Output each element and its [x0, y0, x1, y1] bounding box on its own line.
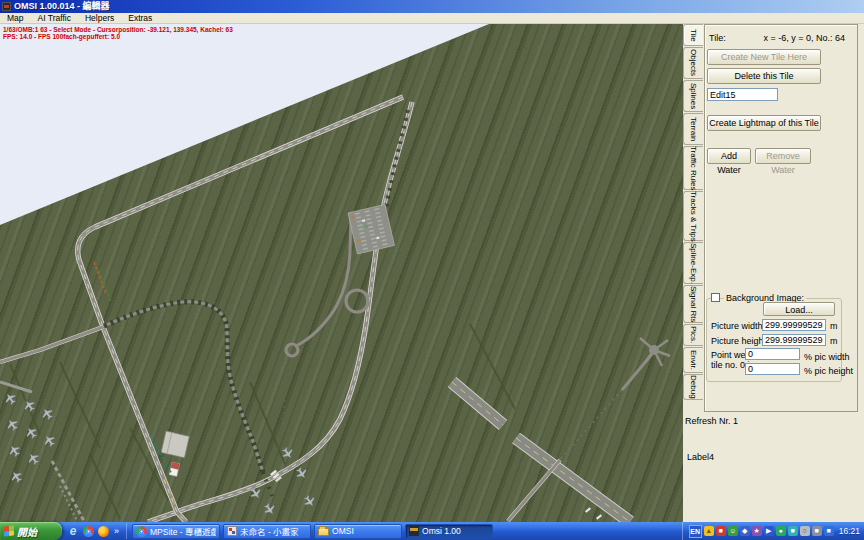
task-buttons: MPSite - 專櫃遊戲 - ... 未命名 - 小畫家 OMSI Omsi … [127, 524, 493, 539]
tab-spline-exp[interactable]: Spline-Exp. [683, 242, 703, 284]
start-button[interactable]: 開始 [0, 522, 62, 540]
road-west[interactable] [0, 327, 103, 362]
road-strip[interactable] [452, 382, 630, 522]
debug-overlay: 1/63/OMB:1 63 - Select Mode - Cursorposi… [3, 26, 233, 40]
editor-panel: Tile Objects Splines Terrain Traffic Rul… [683, 24, 864, 522]
paint-icon [227, 526, 237, 536]
menu-helpers[interactable]: Helpers [78, 13, 121, 24]
picture-width-label: Picture width: [711, 321, 765, 331]
tab-pics[interactable]: Pics. [683, 324, 703, 346]
tile-coords: x = -6, y = 0, No.: 64 [763, 33, 845, 43]
road-crossing[interactable] [508, 354, 652, 521]
picture-width-input[interactable] [762, 319, 826, 331]
create-lightmap-button[interactable]: Create Lightmap of this Tile [707, 115, 821, 131]
star-junction[interactable] [640, 338, 670, 366]
road-arc[interactable] [148, 102, 412, 522]
updater-icon[interactable]: ★ [752, 526, 762, 536]
create-new-tile-button[interactable]: Create New Tile Here [707, 49, 821, 65]
point-y-input[interactable] [745, 363, 800, 375]
task-omsi-folder[interactable]: OMSI [314, 524, 402, 539]
menu-map[interactable]: Map [0, 13, 31, 24]
quick-launch-overflow-icon[interactable]: » [112, 526, 121, 536]
title-bar[interactable]: OMSI 1.00.014 - 編輯器 [0, 0, 864, 13]
menu-bar: Map AI Traffic Helpers Extras [0, 13, 864, 24]
tab-strip: Tile Objects Splines Terrain Traffic Rul… [683, 24, 704, 401]
firefox-icon[interactable] [97, 525, 109, 537]
hedge-lines [10, 324, 515, 519]
language-indicator[interactable]: EN [689, 525, 702, 538]
label4: Label4 [687, 452, 714, 462]
building-depot[interactable] [161, 431, 189, 458]
picture-height-label: Picture height: [711, 336, 769, 346]
menu-ai-traffic[interactable]: AI Traffic [31, 13, 78, 24]
tile-label: Tile: [709, 33, 726, 43]
map-render [0, 24, 683, 522]
point-x-unit: % pic width [804, 352, 850, 362]
task-omsi-app[interactable]: Omsi 1.00 [405, 524, 493, 539]
tab-envir[interactable]: Envir. [683, 347, 703, 373]
sync-icon[interactable]: ● [776, 526, 786, 536]
task-browser[interactable]: MPSite - 專櫃遊戲 - ... [132, 524, 220, 539]
ie-icon[interactable]: e [67, 525, 79, 537]
tab-terrain[interactable]: Terrain [683, 113, 703, 145]
lan-connection-icon[interactable]: ■ [824, 526, 834, 536]
tab-splines[interactable]: Splines [683, 80, 703, 112]
delete-tile-button[interactable]: Delete this Tile [707, 68, 821, 84]
road-bus-loop[interactable] [277, 214, 368, 452]
picture-height-input[interactable] [762, 334, 826, 346]
background-image-checkbox[interactable] [711, 293, 720, 302]
height-unit-label: m [830, 336, 838, 346]
folder-icon [318, 528, 329, 536]
chrome-icon[interactable] [82, 525, 94, 537]
white-markings [585, 507, 602, 519]
chrome-icon [136, 526, 147, 537]
width-unit-label: m [830, 321, 838, 331]
tab-traffic-rules[interactable]: Traffic Rules [683, 146, 703, 190]
load-button[interactable]: Load... [763, 302, 835, 316]
network-bridge-icon[interactable]: ◆ [740, 526, 750, 536]
system-tray: EN ▲ ■ ☺ ◆ ★ ▶ ● ■ ○ ■ ■ 16:21 [682, 522, 864, 540]
tab-tracks-trips[interactable]: Tracks & Trips [683, 191, 703, 241]
quick-launch-bar: e » [62, 523, 127, 539]
window-title: OMSI 1.00.014 - 編輯器 [14, 0, 110, 13]
building-small[interactable] [169, 462, 180, 476]
omsi-app-icon [409, 526, 419, 536]
tab-signal-rts[interactable]: Signal Rts [683, 285, 703, 323]
taskbar-clock[interactable]: 16:21 [836, 526, 860, 536]
scheduler-clock-icon[interactable]: ○ [800, 526, 810, 536]
tab-objects[interactable]: Objects [683, 47, 703, 79]
parked-aircraft-west[interactable] [3, 391, 57, 485]
map-void-area [0, 24, 489, 225]
point-y-unit: % pic height [804, 366, 853, 376]
display-monitor-icon[interactable]: ■ [812, 526, 822, 536]
windows-flag-icon [4, 525, 14, 536]
map-viewport[interactable]: 1/63/OMB:1 63 - Select Mode - Cursorposi… [0, 24, 683, 522]
parking-lot[interactable] [348, 204, 394, 253]
tab-debug[interactable]: Debug [683, 374, 703, 400]
background-image-group: Background Image: Load... Picture width:… [706, 298, 842, 382]
tile-tab-page: Tile: x = -6, y = 0, No.: 64 Create New … [704, 24, 858, 412]
security-shield-icon[interactable]: ▲ [704, 526, 714, 536]
taskbar: 開始 e » MPSite - 專櫃遊戲 - ... 未命名 - 小畫家 OMS… [0, 522, 864, 540]
media-player-icon[interactable]: ▶ [764, 526, 774, 536]
tile-name-input[interactable] [707, 88, 778, 101]
point-x-input[interactable] [745, 348, 800, 360]
remove-water-button[interactable]: Remove Water [755, 148, 811, 164]
menu-extras[interactable]: Extras [121, 13, 159, 24]
task-paint[interactable]: 未命名 - 小畫家 [223, 524, 311, 539]
messenger-icon[interactable]: ☺ [728, 526, 738, 536]
add-water-button[interactable]: Add Water [707, 148, 751, 164]
utility-icon[interactable]: ■ [788, 526, 798, 536]
tab-tile[interactable]: Tile [683, 24, 703, 46]
app-icon [2, 2, 11, 11]
antivirus-icon[interactable]: ■ [716, 526, 726, 536]
omsi-editor-window: OMSI 1.00.014 - 編輯器 Map AI Traffic Helpe… [0, 0, 864, 540]
refresh-label: Refresh Nr. 1 [685, 416, 738, 426]
